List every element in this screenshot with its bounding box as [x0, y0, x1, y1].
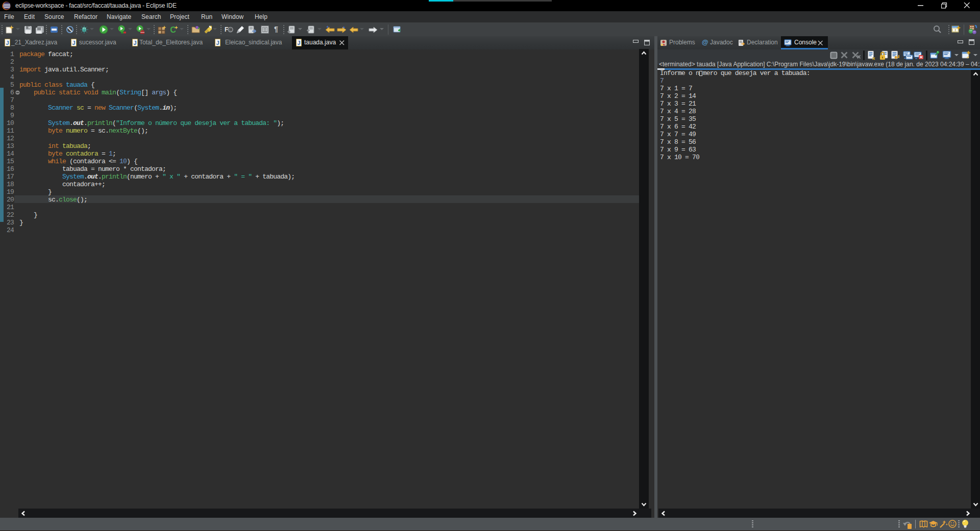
svg-text:F: F: [225, 26, 228, 33]
svg-text:C: C: [229, 28, 232, 32]
svg-text:C: C: [170, 26, 176, 34]
